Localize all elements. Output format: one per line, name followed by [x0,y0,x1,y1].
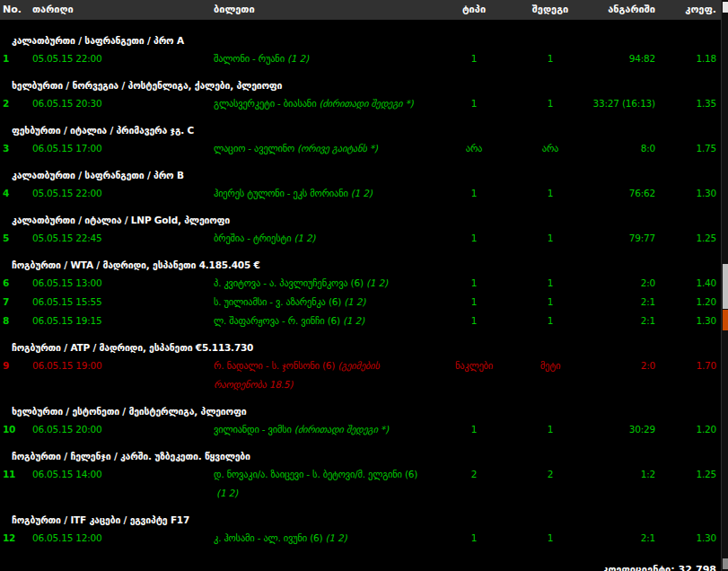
bet-result: 1 [515,184,585,203]
category-row: ფეხბურთი / იტალია / პრიმავერა ჯგ. C [0,121,721,139]
bet-ticket: ლაციო - აველინო(ორივე გაიტანს *) [212,139,433,158]
bet-coefficient: 1.75 [668,139,721,158]
bet-number: 10 [0,420,32,439]
bet-coefficient: 1.20 [668,293,721,312]
bet-row[interactable]: 505.05.15 22:45ბრეშია - ტრიესტი(1 2)1179… [0,229,721,248]
bet-number: 7 [0,293,32,312]
bet-group: ჩოგბურთი / WTA / მადრიდი, ესპანეთი 4.185… [0,256,721,330]
bet-row[interactable]: 806.05.15 19:15ლ. შაფარჟოვა - რ. ვინჩი (… [0,312,721,330]
bet-event-name: კ. ჰოსამი - ალ. ივუნი (6) [214,532,322,543]
total-coefficient: კოეფიციენტი: 32.798 [0,564,721,571]
bet-coefficient: 1.30 [668,529,721,548]
bet-result: 2 [515,465,585,503]
bet-result: 1 [515,94,585,113]
bet-market: (1 2) [325,532,346,543]
bet-type: 1 [433,229,515,248]
category-row: ჩოგბურთი / WTA / მადრიდი, ესპანეთი 4.185… [0,256,721,274]
bet-ticket: პ. კვიტოვა - ა. პავლიუჩენკოვა (6)(1 2) [212,274,433,293]
bet-market: (ძირითადი შედეგი *) [319,98,413,109]
bet-row[interactable]: 906.05.15 19:00რ. ნადალი - ს. ჯონსონი (6… [0,356,721,394]
bet-number: 6 [0,274,32,293]
bet-date: 06.05.15 19:15 [32,312,212,330]
bet-type: 1 [433,49,515,68]
column-header-type: ტიპი [433,0,515,20]
category-row: ხელბურთი / ესტონეთი / მეისტერლიგა, პლეიო… [0,402,721,420]
bet-group: ხელბურთი / ესტონეთი / მეისტერლიგა, პლეიო… [0,402,721,439]
bets-table-body: კალათბურთი / საფრანგეთი / პრო A105.05.15… [0,31,721,548]
total-coefficient-value: 32.798 [679,564,716,571]
bet-coefficient: 1.40 [668,274,721,293]
bet-row[interactable]: 105.05.15 22:00შალონი - რუანი(1 2)1194:8… [0,49,721,68]
bet-score: 2:0 [585,274,668,293]
bet-coefficient: 1.30 [668,312,721,330]
bet-row[interactable]: 1006.05.15 20:00ვილიანდი - ვიმსი(ძირითად… [0,420,721,439]
bet-event-name: ბრეშია - ტრიესტი [214,233,291,243]
bet-date: 05.05.15 22:45 [32,229,212,248]
scrollbar-orange-marker[interactable] [723,310,728,330]
bet-coefficient: 1.70 [668,356,721,394]
bet-row[interactable]: 606.05.15 13:00პ. კვიტოვა - ა. პავლიუჩენ… [0,274,721,293]
bet-row[interactable]: 1106.05.15 14:00დ. ნოვაკი/ა. ზაიცევი - ს… [0,465,721,503]
bet-market: (1 2) [343,315,364,326]
bet-group: ჩოგბურთი / ITF კაცები / ეგვიპტე F171206.… [0,511,721,548]
bet-result: მეტი [515,356,585,394]
bet-ticket: შალონი - რუანი(1 2) [212,49,433,68]
bet-score: 2:1 [585,529,668,548]
bet-event-name: პ. კვიტოვა - ა. პავლიუჩენკოვა (6) [214,277,364,288]
category-row: კალათბურთი / იტალია / LNP Gold, პლეიოფი [0,211,721,229]
bet-event-name: რ. ნადალი - ს. ჯონსონი (6) [214,360,335,371]
bet-row[interactable]: 706.05.15 15:55ს. უილიამსი - ვ. აზარენკა… [0,293,721,312]
scrollbar-up-icon[interactable] [723,2,728,13]
column-header-date: თარიღი [32,0,212,20]
bet-ticket: ს. უილიამსი - ვ. აზარენკა (6)(1 2) [212,293,433,312]
bet-result: 1 [515,312,585,330]
bet-row[interactable]: 206.05.15 20:30გლასვერკეტი - ბიასანი(ძირ… [0,94,721,113]
bet-group: ხელბურთი / ნორვეგია / პოსტენლიგა, ქალები… [0,76,721,113]
bet-event-name: ჰიერეს ტულონი - ეკს მორიანი [214,188,348,198]
bet-coefficient: 1.25 [668,465,721,503]
column-header-coefficient: კოეფ. [668,0,721,20]
column-header-score: ანგარიში [585,0,668,20]
column-header-ticket: ბილეთი [212,0,433,20]
category-row: კალათბურთი / საფრანგეთი / პრო B [0,166,721,184]
betting-results-panel: No. თარიღი ბილეთი ტიპი შედეგი ანგარიში კ… [0,0,721,571]
bet-event-name: ლ. შაფარჟოვა - რ. ვინჩი (6) [214,315,340,326]
scrollbar-thumb[interactable] [723,264,728,309]
bet-date: 06.05.15 15:55 [32,293,212,312]
bet-row[interactable]: 405.05.15 22:00ჰიერეს ტულონი - ეკს მორია… [0,184,721,203]
bet-coefficient: 1.25 [668,229,721,248]
bet-result: არა [515,139,585,158]
bet-event-name: შალონი - რუანი [214,53,285,64]
bet-number: 5 [0,229,32,248]
bet-ticket: რ. ნადალი - ს. ჯონსონი (6)(გეიმების რაოდ… [212,356,433,394]
bet-event-name: დ. ნოვაკი/ა. ზაიცევი - ს. ბეტოვი/მ. ელგი… [214,469,417,479]
bet-event-name: გლასვერკეტი - ბიასანი [214,98,316,109]
bet-date: 06.05.15 13:00 [32,274,212,293]
bet-score: 1:2 [585,465,668,503]
category-row: ჩოგბურთი / ATP / მადრიდი, ესპანეთი €5.11… [0,338,721,356]
bet-date: 06.05.15 17:00 [32,139,212,158]
bet-group: კალათბურთი / საფრანგეთი / პრო A105.05.15… [0,31,721,68]
scrollbar-down-icon[interactable] [723,558,728,569]
bet-ticket: გლასვერკეტი - ბიასანი(ძირითადი შედეგი *) [212,94,433,113]
bet-type: 1 [433,94,515,113]
bet-group: ჩოგბურთი / ATP / მადრიდი, ესპანეთი €5.11… [0,338,721,394]
bet-event-name: ლაციო - აველინო [214,143,294,154]
bet-type: 1 [433,293,515,312]
bet-number: 3 [0,139,32,158]
bet-group: კალათბურთი / იტალია / LNP Gold, პლეიოფი5… [0,211,721,248]
bet-ticket: ლ. შაფარჟოვა - რ. ვინჩი (6)(1 2) [212,312,433,330]
column-header-number: No. [0,0,32,20]
bet-market: (1 2) [294,233,315,243]
bet-row[interactable]: 306.05.15 17:00ლაციო - აველინო(ორივე გაი… [0,139,721,158]
bet-market: (1 2) [344,296,365,307]
bet-row[interactable]: 1206.05.15 12:00კ. ჰოსამი - ალ. ივუნი (6… [0,529,721,548]
bet-market: (1 2) [216,488,238,498]
vertical-scrollbar[interactable] [721,0,728,571]
bet-date: 06.05.15 14:00 [32,465,212,503]
bet-group: ჩოგბურთი / ჩელენჯი / კარში. უზბეკეთი. წყ… [0,447,721,503]
bet-result: 1 [515,229,585,248]
bet-type: ნაკლები [433,356,515,394]
bet-type: 1 [433,529,515,548]
column-header-result: შედეგი [515,0,585,20]
